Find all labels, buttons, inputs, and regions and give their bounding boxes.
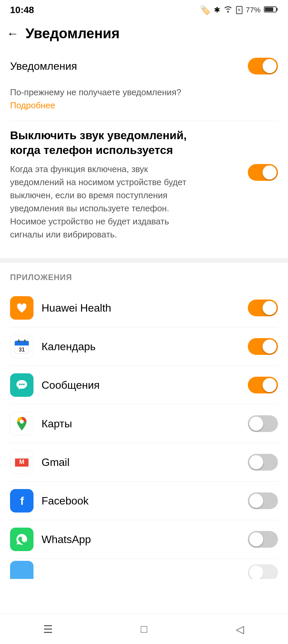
facebook-icon: f	[10, 489, 33, 513]
sound-toggle[interactable]	[248, 164, 278, 181]
toggle-knob	[263, 301, 277, 315]
wifi-icon	[223, 5, 233, 15]
svg-point-13	[21, 384, 23, 385]
svg-marker-11	[18, 388, 20, 390]
toggle-knob	[263, 378, 277, 392]
partial-app-icon	[10, 561, 33, 579]
content-area: Уведомления По-прежнему не получаете уве…	[0, 48, 288, 255]
page-header: ← Уведомления	[0, 19, 288, 48]
app-left: M Gmail	[10, 450, 70, 474]
app-name-messages: Сообщения	[42, 379, 100, 391]
notifications-toggle[interactable]	[248, 58, 278, 74]
svg-text:f: f	[20, 494, 24, 507]
messages-icon	[10, 373, 33, 397]
nav-home-button[interactable]: □	[134, 623, 154, 635]
nav-back-button[interactable]: ◁	[230, 623, 250, 636]
sim-icon: ×	[236, 6, 242, 14]
sound-title: Выключить звук уведомлений, когда телефо…	[10, 128, 204, 157]
svg-point-14	[23, 384, 25, 385]
hint-link[interactable]: Подробнее	[10, 100, 278, 111]
app-name-maps: Карты	[42, 418, 72, 430]
app-row-facebook: f Facebook	[10, 482, 278, 520]
page-title: Уведомления	[25, 25, 120, 42]
app-name-gmail: Gmail	[42, 456, 70, 469]
facebook-toggle[interactable]	[248, 492, 278, 509]
sound-section: Выключить звук уведомлений, когда телефо…	[10, 121, 278, 255]
sound-toggle-row: Когда эта функция включена, звук уведомл…	[10, 163, 278, 248]
svg-rect-8	[18, 339, 19, 343]
maps-icon	[10, 412, 33, 435]
svg-rect-6	[15, 343, 29, 345]
app-row-huawei-health: Huawei Health	[10, 289, 278, 327]
notifications-toggle-row: Уведомления	[10, 48, 278, 84]
apps-section: ПРИЛОЖЕНИЯ Huawei Health	[0, 263, 288, 582]
battery-percent: 77%	[246, 6, 261, 14]
notifications-toggle-label: Уведомления	[10, 60, 77, 72]
app-row-calendar: 31 Календарь	[10, 327, 278, 366]
app-row-partial	[10, 559, 278, 579]
section-separator	[0, 258, 288, 263]
app-name-facebook: Facebook	[42, 495, 89, 507]
battery-icon	[264, 6, 278, 14]
health-icon: 🏷️	[200, 5, 211, 15]
maps-toggle[interactable]	[248, 415, 278, 432]
whatsapp-toggle[interactable]	[248, 531, 278, 548]
app-left: Сообщения	[10, 373, 100, 397]
svg-rect-2	[276, 8, 278, 11]
svg-text:M: M	[19, 459, 24, 465]
gmail-toggle[interactable]	[248, 454, 278, 471]
app-row-maps: Карты	[10, 405, 278, 443]
svg-point-0	[227, 11, 229, 13]
back-button[interactable]: ←	[7, 28, 19, 40]
svg-rect-9	[24, 339, 25, 343]
svg-point-19	[16, 567, 28, 579]
bluetooth-icon: ✱	[214, 6, 220, 14]
whatsapp-icon	[10, 528, 33, 551]
apps-container: ПРИЛОЖЕНИЯ Huawei Health	[10, 263, 278, 582]
app-name-calendar: Календарь	[42, 340, 96, 353]
toggle-knob	[263, 339, 277, 354]
notification-hint: По-прежнему не получаете уведомления? По…	[10, 84, 278, 121]
gmail-icon: M	[10, 450, 33, 474]
toggle-knob	[249, 494, 263, 508]
toggle-knob	[249, 532, 263, 546]
app-row-whatsapp: WhatsApp	[10, 520, 278, 559]
toggle-knob	[249, 455, 263, 469]
svg-rect-3	[265, 7, 273, 11]
app-left	[10, 561, 33, 579]
status-icons: 🏷️ ✱ × 77%	[200, 5, 278, 15]
app-row-gmail: M Gmail	[10, 443, 278, 482]
svg-point-15	[20, 420, 24, 424]
hint-text: По-прежнему не получаете уведомления?	[10, 87, 278, 98]
app-left: Huawei Health	[10, 296, 111, 320]
app-left: 31 Календарь	[10, 335, 96, 358]
toggle-knob	[263, 59, 277, 73]
huawei-health-toggle[interactable]	[248, 300, 278, 316]
app-left: f Facebook	[10, 489, 89, 513]
svg-point-12	[19, 384, 21, 385]
toggle-knob	[249, 566, 263, 579]
partial-app-toggle	[248, 564, 278, 579]
calendar-toggle[interactable]	[248, 338, 278, 355]
svg-text:31: 31	[19, 347, 25, 353]
status-bar: 10:48 🏷️ ✱ × 77%	[0, 0, 288, 19]
app-left: WhatsApp	[10, 528, 91, 551]
sound-toggle-knob	[263, 165, 277, 179]
sound-description: Когда эта функция включена, звук уведомл…	[10, 163, 198, 241]
toggle-knob	[249, 417, 263, 431]
bottom-nav: ☰ □ ◁	[0, 614, 288, 644]
app-row-messages: Сообщения	[10, 366, 278, 405]
app-name-whatsapp: WhatsApp	[42, 533, 91, 546]
app-left: Карты	[10, 412, 72, 435]
nav-menu-button[interactable]: ☰	[38, 623, 58, 636]
app-name-huawei-health: Huawei Health	[42, 302, 111, 314]
apps-heading: ПРИЛОЖЕНИЯ	[10, 273, 278, 282]
status-time: 10:48	[10, 5, 34, 15]
calendar-icon: 31	[10, 335, 33, 358]
huawei-health-icon	[10, 296, 33, 320]
messages-toggle[interactable]	[248, 377, 278, 393]
